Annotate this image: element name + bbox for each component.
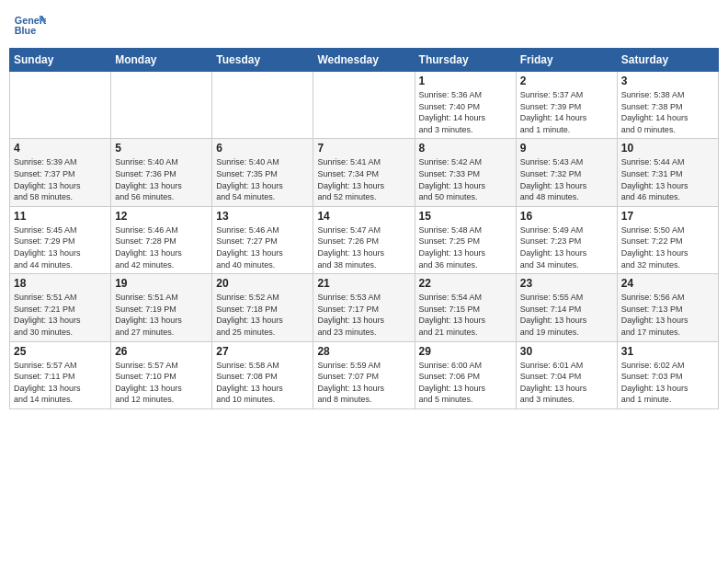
calendar-cell: 23Sunrise: 5:55 AM Sunset: 7:14 PM Dayli… <box>516 274 617 341</box>
calendar-cell: 29Sunrise: 6:00 AM Sunset: 7:06 PM Dayli… <box>415 341 516 408</box>
calendar-cell <box>111 72 212 139</box>
calendar-cell: 2Sunrise: 5:37 AM Sunset: 7:39 PM Daylig… <box>516 72 617 139</box>
day-number: 19 <box>115 277 208 290</box>
calendar-cell <box>10 72 111 139</box>
day-info: Sunrise: 6:01 AM Sunset: 7:04 PM Dayligh… <box>520 360 613 406</box>
day-number: 21 <box>317 277 410 290</box>
calendar-cell: 8Sunrise: 5:42 AM Sunset: 7:33 PM Daylig… <box>415 139 516 206</box>
day-info: Sunrise: 5:47 AM Sunset: 7:26 PM Dayligh… <box>317 224 410 270</box>
day-info: Sunrise: 5:56 AM Sunset: 7:13 PM Dayligh… <box>621 292 714 338</box>
day-number: 14 <box>317 210 410 223</box>
calendar-cell: 12Sunrise: 5:46 AM Sunset: 7:28 PM Dayli… <box>111 206 212 273</box>
day-of-week-header: Wednesday <box>313 49 415 72</box>
calendar-cell: 17Sunrise: 5:50 AM Sunset: 7:22 PM Dayli… <box>617 206 718 273</box>
calendar-cell: 5Sunrise: 5:40 AM Sunset: 7:36 PM Daylig… <box>111 139 212 206</box>
calendar-cell: 9Sunrise: 5:43 AM Sunset: 7:32 PM Daylig… <box>516 139 617 206</box>
day-number: 16 <box>520 210 613 223</box>
day-info: Sunrise: 5:39 AM Sunset: 7:37 PM Dayligh… <box>14 156 107 202</box>
day-number: 6 <box>216 142 309 155</box>
day-info: Sunrise: 5:52 AM Sunset: 7:18 PM Dayligh… <box>216 292 309 338</box>
day-info: Sunrise: 5:55 AM Sunset: 7:14 PM Dayligh… <box>520 292 613 338</box>
calendar-cell: 11Sunrise: 5:45 AM Sunset: 7:29 PM Dayli… <box>10 206 111 273</box>
logo: General Blue <box>13 9 50 42</box>
day-info: Sunrise: 5:58 AM Sunset: 7:08 PM Dayligh… <box>216 360 309 406</box>
day-number: 23 <box>520 277 613 290</box>
day-number: 31 <box>621 345 714 358</box>
day-info: Sunrise: 5:51 AM Sunset: 7:19 PM Dayligh… <box>115 292 208 338</box>
day-number: 27 <box>216 345 309 358</box>
day-of-week-header: Sunday <box>10 49 111 72</box>
calendar-cell: 26Sunrise: 5:57 AM Sunset: 7:10 PM Dayli… <box>111 341 212 408</box>
calendar-cell: 19Sunrise: 5:51 AM Sunset: 7:19 PM Dayli… <box>111 274 212 341</box>
calendar-cell: 22Sunrise: 5:54 AM Sunset: 7:15 PM Dayli… <box>415 274 516 341</box>
day-info: Sunrise: 6:00 AM Sunset: 7:06 PM Dayligh… <box>419 360 512 406</box>
calendar-week-row: 1Sunrise: 5:36 AM Sunset: 7:40 PM Daylig… <box>10 72 719 139</box>
day-of-week-header: Thursday <box>415 49 516 72</box>
calendar-cell: 4Sunrise: 5:39 AM Sunset: 7:37 PM Daylig… <box>10 139 111 206</box>
calendar-cell: 10Sunrise: 5:44 AM Sunset: 7:31 PM Dayli… <box>617 139 718 206</box>
calendar-cell: 31Sunrise: 6:02 AM Sunset: 7:03 PM Dayli… <box>617 341 718 408</box>
day-info: Sunrise: 5:45 AM Sunset: 7:29 PM Dayligh… <box>14 224 107 270</box>
calendar-week-row: 25Sunrise: 5:57 AM Sunset: 7:11 PM Dayli… <box>10 341 719 408</box>
day-info: Sunrise: 5:46 AM Sunset: 7:27 PM Dayligh… <box>216 224 309 270</box>
calendar-header-row: SundayMondayTuesdayWednesdayThursdayFrid… <box>10 49 719 72</box>
day-number: 30 <box>520 345 613 358</box>
day-number: 18 <box>14 277 107 290</box>
day-info: Sunrise: 5:44 AM Sunset: 7:31 PM Dayligh… <box>621 156 714 202</box>
day-number: 17 <box>621 210 714 223</box>
day-info: Sunrise: 5:37 AM Sunset: 7:39 PM Dayligh… <box>520 89 613 135</box>
day-number: 15 <box>419 210 512 223</box>
calendar-cell: 25Sunrise: 5:57 AM Sunset: 7:11 PM Dayli… <box>10 341 111 408</box>
calendar-table: SundayMondayTuesdayWednesdayThursdayFrid… <box>9 48 719 409</box>
day-info: Sunrise: 5:53 AM Sunset: 7:17 PM Dayligh… <box>317 292 410 338</box>
calendar-cell <box>212 72 313 139</box>
calendar-cell: 21Sunrise: 5:53 AM Sunset: 7:17 PM Dayli… <box>313 274 415 341</box>
day-info: Sunrise: 5:50 AM Sunset: 7:22 PM Dayligh… <box>621 224 714 270</box>
day-info: Sunrise: 5:42 AM Sunset: 7:33 PM Dayligh… <box>419 156 512 202</box>
day-number: 12 <box>115 210 208 223</box>
day-number: 9 <box>520 142 613 155</box>
calendar-cell: 3Sunrise: 5:38 AM Sunset: 7:38 PM Daylig… <box>617 72 718 139</box>
day-info: Sunrise: 6:02 AM Sunset: 7:03 PM Dayligh… <box>621 360 714 406</box>
calendar-cell: 16Sunrise: 5:49 AM Sunset: 7:23 PM Dayli… <box>516 206 617 273</box>
day-of-week-header: Tuesday <box>212 49 313 72</box>
calendar-cell: 1Sunrise: 5:36 AM Sunset: 7:40 PM Daylig… <box>415 72 516 139</box>
day-number: 26 <box>115 345 208 358</box>
day-number: 7 <box>317 142 410 155</box>
day-info: Sunrise: 5:40 AM Sunset: 7:35 PM Dayligh… <box>216 156 309 202</box>
day-of-week-header: Monday <box>111 49 212 72</box>
day-number: 2 <box>520 75 613 87</box>
calendar-week-row: 4Sunrise: 5:39 AM Sunset: 7:37 PM Daylig… <box>10 139 719 206</box>
day-number: 22 <box>419 277 512 290</box>
day-info: Sunrise: 5:51 AM Sunset: 7:21 PM Dayligh… <box>14 292 107 338</box>
day-of-week-header: Saturday <box>617 49 718 72</box>
calendar-cell: 15Sunrise: 5:48 AM Sunset: 7:25 PM Dayli… <box>415 206 516 273</box>
calendar-cell: 18Sunrise: 5:51 AM Sunset: 7:21 PM Dayli… <box>10 274 111 341</box>
day-number: 29 <box>419 345 512 358</box>
svg-text:Blue: Blue <box>15 25 36 36</box>
day-info: Sunrise: 5:46 AM Sunset: 7:28 PM Dayligh… <box>115 224 208 270</box>
calendar-cell: 27Sunrise: 5:58 AM Sunset: 7:08 PM Dayli… <box>212 341 313 408</box>
day-info: Sunrise: 5:38 AM Sunset: 7:38 PM Dayligh… <box>621 89 714 135</box>
day-number: 24 <box>621 277 714 290</box>
calendar-cell: 20Sunrise: 5:52 AM Sunset: 7:18 PM Dayli… <box>212 274 313 341</box>
page-header: General Blue <box>9 9 719 42</box>
calendar-cell <box>313 72 415 139</box>
calendar-cell: 30Sunrise: 6:01 AM Sunset: 7:04 PM Dayli… <box>516 341 617 408</box>
day-number: 4 <box>14 142 107 155</box>
day-info: Sunrise: 5:43 AM Sunset: 7:32 PM Dayligh… <box>520 156 613 202</box>
calendar-cell: 7Sunrise: 5:41 AM Sunset: 7:34 PM Daylig… <box>313 139 415 206</box>
day-info: Sunrise: 5:54 AM Sunset: 7:15 PM Dayligh… <box>419 292 512 338</box>
day-number: 8 <box>419 142 512 155</box>
calendar-cell: 13Sunrise: 5:46 AM Sunset: 7:27 PM Dayli… <box>212 206 313 273</box>
day-number: 3 <box>621 75 714 87</box>
day-number: 25 <box>14 345 107 358</box>
day-number: 11 <box>14 210 107 223</box>
calendar-cell: 6Sunrise: 5:40 AM Sunset: 7:35 PM Daylig… <box>212 139 313 206</box>
day-number: 20 <box>216 277 309 290</box>
day-info: Sunrise: 5:40 AM Sunset: 7:36 PM Dayligh… <box>115 156 208 202</box>
calendar-cell: 28Sunrise: 5:59 AM Sunset: 7:07 PM Dayli… <box>313 341 415 408</box>
logo-icon: General Blue <box>13 9 46 42</box>
day-info: Sunrise: 5:57 AM Sunset: 7:10 PM Dayligh… <box>115 360 208 406</box>
calendar-cell: 24Sunrise: 5:56 AM Sunset: 7:13 PM Dayli… <box>617 274 718 341</box>
